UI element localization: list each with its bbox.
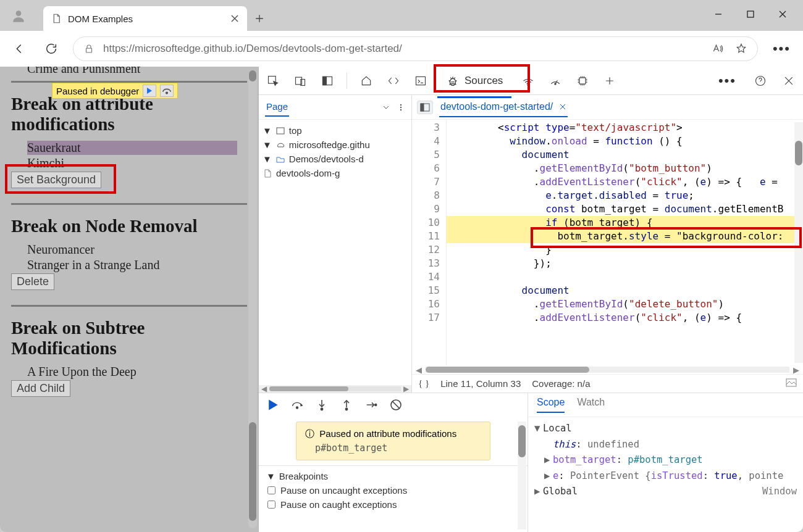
list-item: Neuromancer: [27, 243, 247, 257]
svg-rect-18: [277, 128, 284, 134]
line-gutter: 34567891011121314151617: [412, 120, 447, 365]
svg-rect-20: [421, 104, 424, 111]
lock-icon: [83, 43, 95, 54]
dock-icon[interactable]: [319, 73, 335, 89]
list-item: Sauerkraut: [27, 141, 237, 155]
pause-uncaught-checkbox[interactable]: Pause on uncaught exceptions: [267, 485, 520, 496]
resume-script-button[interactable]: [266, 399, 279, 413]
close-file-icon[interactable]: [559, 103, 566, 110]
url-field[interactable]: https://microsoftedge.github.io/Demos/de…: [73, 36, 758, 61]
more-icon[interactable]: [397, 103, 405, 112]
help-icon[interactable]: [752, 73, 768, 89]
profile-avatar[interactable]: [6, 4, 31, 28]
step-into-icon[interactable]: [316, 399, 328, 413]
list-item: A Fire Upon the Deep: [27, 365, 247, 379]
heading-subtree-mods: Break on Subtree Modifications: [11, 318, 247, 359]
breakpoints-header[interactable]: Breakpoints: [279, 471, 328, 481]
step-icon[interactable]: [365, 399, 377, 413]
cursor-position: Line 11, Column 33: [440, 378, 521, 389]
code-area[interactable]: 34567891011121314151617 <script type="te…: [412, 120, 803, 365]
pretty-print-icon[interactable]: { }: [418, 378, 429, 389]
devtools-more-button[interactable]: •••: [715, 73, 740, 89]
source-map-icon[interactable]: [786, 378, 797, 389]
deactivate-breakpoints-icon[interactable]: [390, 399, 402, 413]
svg-point-17: [400, 109, 402, 110]
svg-rect-8: [323, 77, 327, 85]
svg-rect-2: [86, 48, 92, 52]
more-tabs-button[interactable]: [602, 73, 618, 89]
step-out-icon[interactable]: [340, 399, 353, 413]
rendered-page-pane: Crime and Punishment Paused in debugger …: [0, 67, 258, 532]
delete-button[interactable]: Delete: [11, 273, 54, 290]
close-devtools-icon[interactable]: [781, 73, 797, 89]
read-aloud-icon[interactable]: [712, 43, 724, 55]
window-controls: [704, 4, 797, 25]
tree-file[interactable]: devtools-dom-g: [276, 168, 340, 178]
paused-target-text: p#botm_target: [315, 443, 481, 454]
svg-point-15: [400, 104, 402, 105]
back-button[interactable]: [9, 38, 30, 59]
chevron-down-icon[interactable]: [382, 103, 390, 112]
annotation-highlight: [5, 164, 116, 194]
scope-tab[interactable]: Scope: [537, 397, 565, 413]
open-file-tab[interactable]: devtools-dom-get-started/: [439, 98, 568, 117]
tree-folder[interactable]: Demos/devtools-d: [289, 154, 364, 164]
tree-domain[interactable]: microsoftedge.githu: [289, 139, 370, 150]
svg-rect-13: [579, 78, 586, 84]
watch-tab[interactable]: Watch: [577, 397, 605, 413]
list-item: Stranger in a Strange Land: [27, 258, 247, 272]
console-tab-icon[interactable]: [413, 73, 429, 89]
performance-tab-icon[interactable]: [547, 73, 563, 89]
debugger-left-scroll[interactable]: [518, 422, 526, 530]
devtools-toolbar: Sources •••: [259, 67, 803, 95]
maximize-button[interactable]: [736, 4, 765, 25]
file-tree[interactable]: ▼top ▼microsoftedge.githu ▼Demos/devtool…: [259, 120, 411, 184]
close-tab-icon[interactable]: [230, 14, 240, 23]
favorite-icon[interactable]: [735, 43, 747, 55]
resume-button[interactable]: [143, 85, 156, 97]
pause-caught-checkbox[interactable]: Pause on caught exceptions: [267, 499, 520, 510]
divider: [11, 305, 247, 307]
code-editor-pane: devtools-dom-get-started/ 34567891011121…: [412, 95, 803, 393]
scope-watch-pane: Scope Watch ▼Local this: undefined ▶botm…: [528, 393, 803, 532]
breakpoints-section: ▼Breakpoints Pause on uncaught exception…: [259, 465, 528, 515]
elements-tab-icon[interactable]: [385, 73, 402, 89]
step-over-button[interactable]: [160, 85, 174, 97]
debugger-controls-pane: ⓘ Paused on attribute modifications p#bo…: [259, 393, 528, 532]
debugger-bottom-pane: ⓘ Paused on attribute modifications p#bo…: [259, 393, 803, 532]
editor-hscroll[interactable]: ◀▶: [412, 365, 803, 374]
paused-reason-text: Paused on attribute modifications: [319, 428, 456, 439]
coverage-status: Coverage: n/a: [532, 378, 590, 389]
tree-top[interactable]: top: [289, 125, 302, 136]
close-window-button[interactable]: [768, 4, 797, 25]
svg-point-25: [375, 404, 377, 405]
scope-tree[interactable]: ▼Local this: undefined ▶botm_target: p#b…: [528, 417, 803, 504]
svg-point-22: [296, 407, 298, 409]
devtools-pane: Sources ••• Page: [258, 67, 803, 532]
heading-attribute-mods: Break on attribute modifications: [11, 94, 247, 135]
browser-more-button[interactable]: •••: [769, 41, 794, 57]
add-child-button[interactable]: Add Child: [11, 380, 70, 397]
inspect-element-icon[interactable]: [265, 73, 281, 89]
welcome-tab-icon[interactable]: [358, 73, 374, 89]
svg-rect-9: [416, 77, 426, 85]
svg-point-0: [16, 10, 22, 16]
paused-text: Paused in debugger: [56, 86, 139, 96]
titlebar: DOM Examples: [0, 0, 803, 31]
navigator-hscroll[interactable]: ◀▶: [259, 385, 411, 393]
reload-button[interactable]: [41, 38, 62, 59]
scope-global-label: Global: [543, 486, 578, 497]
new-tab-button[interactable]: [247, 6, 272, 31]
minimize-button[interactable]: [704, 4, 733, 25]
url-text: https://microsoftedge.github.io/Demos/de…: [103, 43, 402, 55]
browser-tab[interactable]: DOM Examples: [43, 6, 247, 31]
svg-point-16: [400, 106, 402, 107]
device-toolbar-icon[interactable]: [292, 73, 308, 89]
toggle-navigator-icon[interactable]: [417, 101, 433, 114]
svg-point-23: [321, 408, 322, 410]
annotation-highlight: [531, 227, 802, 248]
memory-tab-icon[interactable]: [574, 73, 591, 89]
heading-node-removal: Break on Node Removal: [11, 216, 247, 236]
navigator-page-tab[interactable]: Page: [265, 98, 289, 117]
step-over-icon[interactable]: [291, 399, 303, 413]
